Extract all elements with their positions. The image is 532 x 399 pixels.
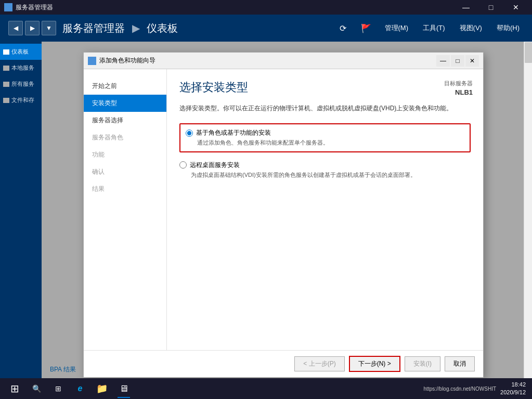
dialog-maximize-button[interactable]: □ — [451, 55, 464, 67]
close-button[interactable]: ✕ — [504, 0, 528, 15]
sidebar: 仪表板 本地服务 所有服务 文件和存 — [0, 42, 42, 378]
taskbar-server-mgr[interactable]: 🖥 — [113, 378, 134, 399]
sidebar-label-dashboard: 仪表板 — [11, 48, 29, 56]
taskbar-taskview[interactable]: ⊞ — [48, 378, 69, 399]
dialog-nav-install-type[interactable]: 安装类型 — [84, 95, 166, 112]
radio-label-remote-desktop[interactable]: 远程桌面服务安装 — [179, 161, 471, 170]
menu-help[interactable]: 帮助(H) — [492, 21, 524, 35]
radio-option-1-box: 基于角色或基于功能的安装 通过添加角色、角色服务和功能来配置单个服务器。 — [179, 123, 471, 152]
menu-view[interactable]: 视图(V) — [456, 21, 486, 35]
radio-label-role-based[interactable]: 基于角色或基于功能的安装 — [186, 128, 464, 137]
all-icon — [3, 82, 9, 87]
dialog-minimize-button[interactable]: — — [436, 55, 450, 67]
breadcrumb: 服务器管理器 ▶ 仪表板 — [62, 21, 335, 35]
breadcrumb-current: 仪表板 — [147, 22, 178, 34]
radio-text-role-based: 基于角色或基于功能的安装 — [196, 128, 271, 137]
main-layout: 仪表板 本地服务 所有服务 文件和存 BPA 结果 性能 BPA 结果 — [0, 42, 532, 378]
taskbar-clock: 18:42 2020/9/12 — [500, 381, 526, 397]
search-button[interactable]: 🔍 — [27, 378, 46, 399]
taskbar-time-text: 18:42 — [500, 381, 526, 389]
start-button[interactable]: ⊞ — [2, 378, 27, 399]
taskbar-sys-url: https://blog.csdn.net/NOWSHIT — [424, 386, 497, 392]
sidebar-label-files: 文件和存 — [11, 96, 34, 104]
content-area: BPA 结果 性能 BPA 结果 添加角色和功能向导 — □ ✕ — [42, 42, 524, 378]
install-button[interactable]: 安装(I) — [405, 356, 440, 371]
role-based-desc: 通过添加角色、角色服务和功能来配置单个服务器。 — [197, 138, 464, 147]
menu-manage[interactable]: 管理(M) — [381, 21, 413, 35]
local-icon — [3, 66, 9, 71]
radio-option-remote-desktop: 远程桌面服务安装 为虚拟桌面基础结构(VDI)安装所需的角色服务以创建基于虚拟机… — [179, 161, 471, 179]
taskbar-date-text: 2020/9/12 — [500, 389, 526, 396]
prev-button[interactable]: < 上一步(P) — [294, 356, 344, 371]
header-actions: ⟳ 🚩 管理(M) 工具(T) 视图(V) 帮助(H) — [335, 20, 524, 36]
taskbar-explorer[interactable]: 📁 — [92, 378, 112, 399]
sidebar-item-all[interactable]: 所有服务 — [0, 76, 42, 92]
taskbar-items: ⊞ e 📁 🖥 — [46, 378, 424, 399]
radio-input-role-based[interactable] — [186, 130, 193, 137]
radio-text-remote-desktop: 远程桌面服务安装 — [190, 161, 240, 170]
radio-option-role-based: 基于角色或基于功能的安装 通过添加角色、角色服务和功能来配置单个服务器。 — [179, 123, 471, 152]
dashboard-icon — [3, 49, 9, 55]
breadcrumb-separator: ▶ — [132, 22, 143, 34]
dialog-app-icon — [88, 57, 96, 65]
dialog-nav-server-roles: 服务器角色 — [84, 129, 166, 146]
radio-group: 基于角色或基于功能的安装 通过添加角色、角色服务和功能来配置单个服务器。 远程桌… — [179, 123, 471, 179]
sidebar-item-dashboard[interactable]: 仪表板 — [0, 44, 42, 60]
down-arrow[interactable]: ▼ — [42, 21, 56, 35]
taskbar: ⊞ 🔍 ⊞ e 📁 🖥 https://blog.csdn.net/NOWSHI… — [0, 378, 532, 399]
maximize-button[interactable]: □ — [479, 0, 503, 15]
forward-button[interactable]: ▶ — [25, 21, 40, 35]
sidebar-item-local[interactable]: 本地服务 — [0, 60, 42, 76]
sidebar-label-all: 所有服务 — [11, 80, 34, 88]
scrollbar-thumb[interactable] — [525, 42, 532, 63]
scrollbar[interactable] — [524, 42, 532, 378]
minimize-button[interactable]: — — [454, 0, 478, 15]
breadcrumb-main: 服务器管理器 — [62, 22, 125, 34]
window-controls: — □ ✕ — [454, 0, 528, 15]
taskbar-ie[interactable]: e — [70, 378, 90, 399]
dialog-title-text: 添加角色和功能向导 — [99, 56, 436, 65]
taskbar-right: https://blog.csdn.net/NOWSHIT 18:42 2020… — [424, 381, 530, 397]
dialog-nav-results: 结果 — [84, 181, 166, 198]
title-bar: 服务器管理器 — □ ✕ — [0, 0, 532, 15]
refresh-icon[interactable]: ⟳ — [335, 20, 352, 36]
dialog-nav-features: 功能 — [84, 146, 166, 163]
dialog-title-bar: 添加角色和功能向导 — □ ✕ — [84, 53, 483, 69]
target-server-label: 目标服务器 — [444, 80, 473, 87]
dialog-close-button[interactable]: ✕ — [465, 55, 479, 67]
dialog-main: 目标服务器 NLB1 选择安装类型 选择安装类型。你可以在正在运行的物理计算机、… — [167, 69, 483, 350]
target-server-name: NLB1 — [444, 88, 473, 96]
nav-arrows: ◀ ▶ ▼ — [8, 21, 56, 35]
dialog-description: 选择安装类型。你可以在正在运行的物理计算机、虚拟机或脱机虚拟硬盘(VHD)上安装… — [179, 104, 471, 113]
dialog: 添加角色和功能向导 — □ ✕ 开始之前 安装类型 服务器选择 服务器角色 — [83, 52, 484, 378]
files-icon — [3, 98, 9, 103]
back-button[interactable]: ◀ — [8, 21, 23, 35]
sidebar-label-local: 本地服务 — [11, 64, 34, 72]
dialog-overlay: 添加角色和功能向导 — □ ✕ 开始之前 安装类型 服务器选择 服务器角色 — [42, 42, 524, 378]
header-bar: ◀ ▶ ▼ 服务器管理器 ▶ 仪表板 ⟳ 🚩 管理(M) 工具(T) 视图(V)… — [0, 15, 532, 42]
menu-tools[interactable]: 工具(T) — [419, 21, 449, 35]
remote-desktop-desc: 为虚拟桌面基础结构(VDI)安装所需的角色服务以创建基于虚拟机或基于会话的桌面部… — [191, 171, 471, 179]
dialog-main-title: 选择安装类型 — [179, 80, 471, 95]
next-button[interactable]: 下一步(N) > — [349, 356, 400, 372]
dialog-nav-start[interactable]: 开始之前 — [84, 78, 166, 95]
dialog-controls: — □ ✕ — [436, 55, 479, 67]
dialog-nav-server-select[interactable]: 服务器选择 — [84, 112, 166, 129]
dialog-sidebar: 开始之前 安装类型 服务器选择 服务器角色 功能 确认 结果 — [84, 69, 167, 350]
dialog-content: 开始之前 安装类型 服务器选择 服务器角色 功能 确认 结果 目标服务器 NLB… — [84, 69, 483, 350]
flag-icon[interactable]: 🚩 — [358, 20, 374, 36]
dialog-footer: < 上一步(P) 下一步(N) > 安装(I) 取消 — [84, 350, 483, 377]
target-server-info: 目标服务器 NLB1 — [444, 80, 473, 96]
sidebar-item-files[interactable]: 文件和存 — [0, 92, 42, 108]
dialog-nav-confirm: 确认 — [84, 163, 166, 181]
app-icon — [4, 3, 12, 11]
radio-input-remote-desktop[interactable] — [179, 161, 187, 169]
title-text: 服务器管理器 — [16, 3, 454, 12]
cancel-button[interactable]: 取消 — [445, 356, 475, 371]
